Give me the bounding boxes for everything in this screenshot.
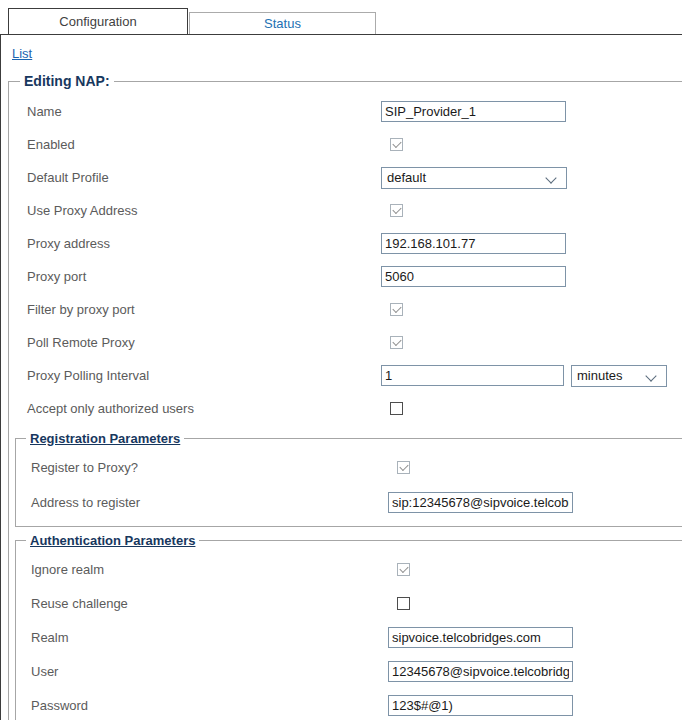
authentication-parameters-fieldset: Authentication Parameters Ignore realm R… [15, 533, 682, 720]
proxy-address-input[interactable] [381, 233, 566, 254]
tab-content-pane: List Editing NAP: Name Enabled Default P… [0, 34, 682, 720]
field-row-proxy-address: Proxy address [9, 227, 682, 260]
field-row-default-profile: Default Profile default [9, 161, 682, 194]
registration-parameters-fieldset: Registration Parameters Register to Prox… [15, 431, 682, 527]
proxy-port-label: Proxy port [27, 269, 381, 284]
ignore-realm-checkbox[interactable] [397, 563, 410, 576]
realm-label: Realm [31, 630, 388, 645]
use-proxy-address-label: Use Proxy Address [27, 203, 381, 218]
field-row-enabled: Enabled [9, 128, 682, 161]
password-label: Password [31, 698, 388, 713]
proxy-address-label: Proxy address [27, 236, 381, 251]
proxy-polling-interval-unit-value: minutes [577, 368, 623, 383]
field-row-ignore-realm: Ignore realm [16, 552, 682, 586]
address-to-register-label: Address to register [31, 495, 388, 510]
default-profile-label: Default Profile [27, 170, 381, 185]
field-row-reuse-challenge: Reuse challenge [16, 586, 682, 620]
accept-only-authorized-users-checkbox[interactable] [390, 402, 403, 415]
filter-by-proxy-port-label: Filter by proxy port [27, 302, 381, 317]
field-row-realm: Realm [16, 620, 682, 654]
tab-configuration-label: Configuration [59, 14, 136, 29]
field-row-proxy-polling-interval: Proxy Polling Interval minutes [9, 359, 682, 392]
name-input[interactable] [381, 101, 566, 122]
reuse-challenge-checkbox[interactable] [397, 597, 410, 610]
ignore-realm-label: Ignore realm [31, 562, 388, 577]
address-to-register-input[interactable] [388, 492, 573, 513]
field-row-proxy-port: Proxy port [9, 260, 682, 293]
tab-status[interactable]: Status [189, 12, 376, 34]
list-link[interactable]: List [12, 46, 32, 61]
register-to-proxy-checkbox[interactable] [397, 461, 410, 474]
reuse-challenge-label: Reuse challenge [31, 596, 388, 611]
registration-parameters-legend: Registration Parameters [26, 431, 184, 446]
default-profile-selected-value: default [387, 170, 426, 185]
field-row-register-to-proxy: Register to Proxy? [16, 450, 682, 485]
password-input[interactable] [388, 695, 573, 716]
proxy-polling-interval-unit-select[interactable]: minutes [571, 365, 667, 387]
field-row-name: Name [9, 95, 682, 128]
use-proxy-address-checkbox[interactable] [390, 204, 403, 217]
name-label: Name [27, 104, 381, 119]
proxy-port-input[interactable] [381, 266, 566, 287]
register-to-proxy-label: Register to Proxy? [31, 460, 388, 475]
field-row-filter-by-proxy-port: Filter by proxy port [9, 293, 682, 326]
user-label: User [31, 664, 388, 679]
editing-nap-legend: Editing NAP: [20, 73, 114, 89]
tab-bar: Configuration Status [0, 0, 682, 34]
tab-status-label: Status [264, 16, 301, 31]
nap-configuration-screen: Configuration Status List Editing NAP: N… [0, 0, 682, 720]
field-row-use-proxy-address: Use Proxy Address [9, 194, 682, 227]
poll-remote-proxy-label: Poll Remote Proxy [27, 335, 381, 350]
editing-nap-fieldset: Editing NAP: Name Enabled Default Profil… [8, 73, 682, 720]
authentication-parameters-legend: Authentication Parameters [26, 533, 199, 548]
tab-configuration[interactable]: Configuration [8, 8, 188, 34]
user-input[interactable] [388, 661, 573, 682]
enabled-label: Enabled [27, 137, 381, 152]
poll-remote-proxy-checkbox[interactable] [390, 336, 403, 349]
field-row-accept-only-authorized-users: Accept only authorized users [9, 392, 682, 425]
field-row-password: Password [16, 688, 682, 720]
field-row-address-to-register: Address to register [16, 485, 682, 520]
field-row-poll-remote-proxy: Poll Remote Proxy [9, 326, 682, 359]
proxy-polling-interval-label: Proxy Polling Interval [27, 368, 381, 383]
enabled-checkbox[interactable] [390, 138, 403, 151]
accept-only-authorized-users-label: Accept only authorized users [27, 401, 381, 416]
proxy-polling-interval-input[interactable] [381, 365, 564, 386]
default-profile-select[interactable]: default [381, 167, 567, 189]
filter-by-proxy-port-checkbox[interactable] [390, 303, 403, 316]
realm-input[interactable] [388, 627, 573, 648]
field-row-user: User [16, 654, 682, 688]
